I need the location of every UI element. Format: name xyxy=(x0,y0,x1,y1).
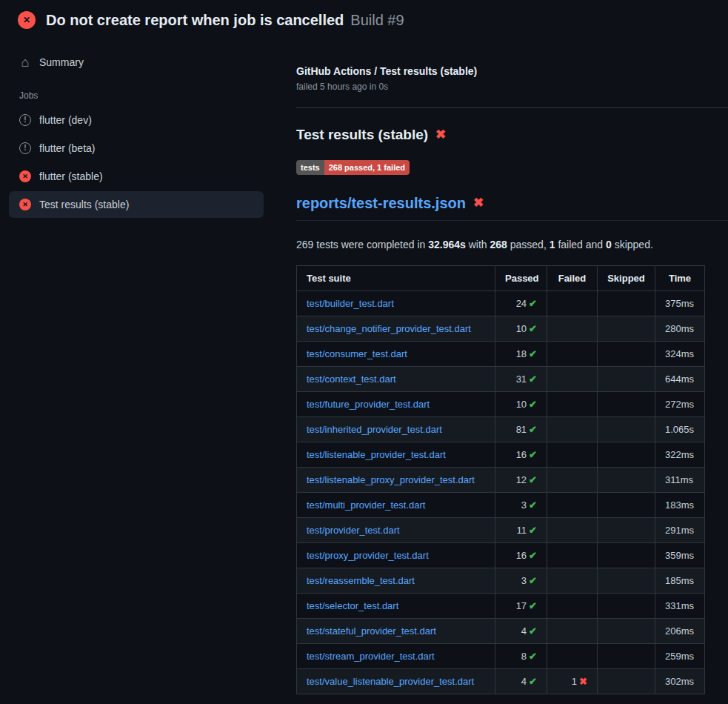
table-header: Test suite Passed Failed Skipped Time xyxy=(297,266,705,291)
sidebar-item-label: flutter (beta) xyxy=(39,142,95,154)
sidebar-item-flutter-beta[interactable]: ! flutter (beta) xyxy=(9,135,264,162)
report-link[interactable]: reports/test-results.json xyxy=(296,193,466,213)
summary-bold: 0 xyxy=(606,239,612,250)
suite-cell: test/context_test.dart xyxy=(297,367,495,392)
failed-cell xyxy=(547,442,598,468)
sidebar-item-flutter-dev[interactable]: ! flutter (dev) xyxy=(9,107,264,133)
suite-link[interactable]: test/future_provider_test.dart xyxy=(307,399,430,410)
failed-cell xyxy=(547,367,598,392)
suite-link[interactable]: test/consumer_test.dart xyxy=(307,348,407,359)
table-row: test/listenable_proxy_provider_test.dart… xyxy=(297,468,705,493)
passed-cell: 4✔ xyxy=(495,669,547,694)
skipped-cell xyxy=(598,518,655,543)
table-row: test/consumer_test.dart18✔324ms xyxy=(297,342,705,367)
suite-link[interactable]: test/context_test.dart xyxy=(307,373,396,385)
time-cell: 206ms xyxy=(655,619,705,644)
col-passed: Passed xyxy=(495,266,547,291)
suite-link[interactable]: test/provider_test.dart xyxy=(307,525,400,536)
section-heading-text: Test results (stable) xyxy=(296,124,428,145)
table-row: test/reassemble_test.dart3✔185ms xyxy=(297,568,705,594)
table-row: test/listenable_provider_test.dart16✔322… xyxy=(297,442,705,468)
main-content: GitHub Actions / Test results (stable) f… xyxy=(273,39,728,694)
suite-cell: test/stateful_provider_test.dart xyxy=(297,619,495,644)
time-cell: 272ms xyxy=(655,392,705,417)
time-cell: 644ms xyxy=(655,367,705,392)
passed-cell: 18✔ xyxy=(495,342,547,367)
col-skipped: Skipped xyxy=(598,266,655,291)
skipped-cell xyxy=(598,669,655,694)
test-table-body: test/builder_test.dart24✔375mstest/chang… xyxy=(297,291,705,694)
table-row: test/selector_test.dart17✔331ms xyxy=(297,594,705,619)
failed-status-icon: ✕ xyxy=(19,199,31,210)
check-icon: ✔ xyxy=(529,575,537,586)
summary-text: 269 tests were completed in 32.964s with… xyxy=(296,237,728,252)
count-value: 16 xyxy=(516,550,527,561)
passed-cell: 16✔ xyxy=(495,543,547,568)
table-header-row: Test suite Passed Failed Skipped Time xyxy=(297,266,705,291)
suite-cell: test/listenable_proxy_provider_test.dart xyxy=(297,468,495,493)
suite-link[interactable]: test/multi_provider_test.dart xyxy=(307,499,425,511)
table-row: test/stream_provider_test.dart8✔259ms xyxy=(297,644,705,669)
table-row: test/inherited_provider_test.dart81✔1.06… xyxy=(297,417,705,442)
count-value: 31 xyxy=(516,373,527,385)
time-cell: 302ms xyxy=(655,669,705,694)
failed-cell xyxy=(547,392,598,417)
count-value: 12 xyxy=(516,474,527,485)
passed-cell: 8✔ xyxy=(495,644,547,669)
sidebar-item-flutter-stable[interactable]: ✕ flutter (stable) xyxy=(9,163,264,190)
skipped-cell xyxy=(598,367,655,392)
check-icon: ✔ xyxy=(529,474,537,485)
suite-link[interactable]: test/stateful_provider_test.dart xyxy=(307,625,436,637)
passed-cell: 3✔ xyxy=(495,568,547,594)
failed-cell xyxy=(547,417,598,442)
count-value: 16 xyxy=(516,449,527,460)
count-value: 10 xyxy=(516,399,527,410)
count-value: 81 xyxy=(516,424,527,435)
passed-cell: 81✔ xyxy=(495,417,547,442)
skipped-cell xyxy=(598,619,655,644)
suite-link[interactable]: test/value_listenable_provider_test.dart xyxy=(307,676,474,687)
suite-cell: test/value_listenable_provider_test.dart xyxy=(297,669,495,694)
suite-link[interactable]: test/stream_provider_test.dart xyxy=(307,651,435,662)
sidebar-item-label: flutter (dev) xyxy=(39,114,92,126)
breadcrumb: GitHub Actions / Test results (stable) xyxy=(296,64,728,79)
report-heading: reports/test-results.json ✖ xyxy=(296,193,728,221)
sidebar-item-summary[interactable]: ⌂ Summary xyxy=(9,49,264,76)
passed-cell: 24✔ xyxy=(495,291,547,316)
build-number: Build #9 xyxy=(350,12,404,29)
time-cell: 322ms xyxy=(655,442,705,468)
suite-link[interactable]: test/reassemble_test.dart xyxy=(307,575,415,586)
failed-status-icon: ✕ xyxy=(18,11,36,29)
section-heading: Test results (stable) ✖ xyxy=(296,124,728,145)
suite-link[interactable]: test/change_notifier_provider_test.dart xyxy=(307,323,471,334)
failed-cell xyxy=(547,316,598,342)
count-value: 24 xyxy=(516,298,527,309)
failed-cell xyxy=(547,644,598,669)
jobs-section-heading: Jobs xyxy=(9,86,264,107)
failed-cell xyxy=(547,594,598,619)
sidebar-item-test-results-stable[interactable]: ✕ Test results (stable) xyxy=(9,191,264,218)
suite-link[interactable]: test/listenable_proxy_provider_test.dart xyxy=(307,474,475,485)
table-row: test/stateful_provider_test.dart4✔206ms xyxy=(297,619,705,644)
skipped-cell xyxy=(598,417,655,442)
count-value: 8 xyxy=(521,651,527,662)
suite-link[interactable]: test/listenable_provider_test.dart xyxy=(307,449,446,460)
summary-part: skipped. xyxy=(612,239,653,250)
sidebar-item-label: flutter (stable) xyxy=(39,170,103,182)
suite-link[interactable]: test/inherited_provider_test.dart xyxy=(307,424,442,435)
divider xyxy=(296,107,728,108)
suite-link[interactable]: test/builder_test.dart xyxy=(307,298,394,309)
page-layout: ⌂ Summary Jobs ! flutter (dev) ! flutter… xyxy=(0,39,728,694)
suite-link[interactable]: test/selector_test.dart xyxy=(307,600,398,611)
table-row: test/value_listenable_provider_test.dart… xyxy=(297,669,705,694)
col-test-suite: Test suite xyxy=(297,266,495,291)
time-cell: 259ms xyxy=(655,644,705,669)
time-cell: 324ms xyxy=(655,342,705,367)
table-row: test/builder_test.dart24✔375ms xyxy=(297,291,705,316)
cross-icon: ✖ xyxy=(579,676,587,687)
suite-link[interactable]: test/proxy_provider_test.dart xyxy=(307,550,429,561)
check-icon: ✔ xyxy=(529,600,537,611)
time-cell: 331ms xyxy=(655,594,705,619)
count-value: 1 xyxy=(572,676,577,687)
page-title: Do not create report when job is cancell… xyxy=(46,12,344,29)
